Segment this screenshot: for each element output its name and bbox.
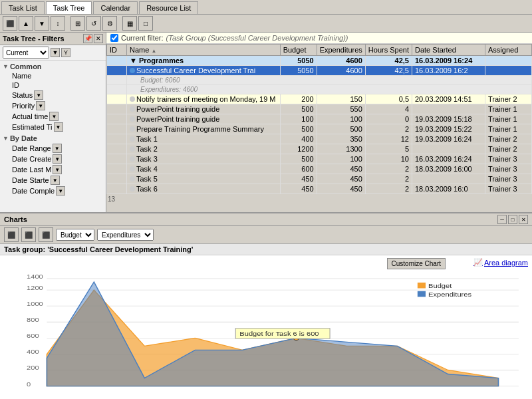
row-status-dot (130, 116, 135, 122)
main-toolbar: ⬛ ▲ ▼ ↕ ⊞ ↺ ⚙ ▦ □ (0, 15, 532, 33)
row-status-dot (130, 166, 135, 172)
chart-tb-3[interactable]: ⬛ (39, 227, 53, 242)
charts-close[interactable]: ✕ (519, 215, 528, 224)
row-status-dot (130, 96, 135, 102)
filter-date-complete[interactable]: Date Comple▼ (1, 186, 104, 196)
chart-body: Customize Chart 📈Area diagram 0 200 400 … (0, 255, 532, 399)
tab-resource-list[interactable]: Resource List (139, 1, 198, 14)
toolbar-btn-grid[interactable]: ⊞ (70, 16, 85, 31)
row-status-dot (130, 126, 135, 132)
tab-calendar[interactable]: Calendar (93, 1, 138, 14)
filter-toolbar: Current ▼ Y (0, 45, 106, 61)
by-date-label: By Date (10, 134, 37, 142)
customize-chart-btn[interactable]: Customize Chart (387, 258, 446, 269)
svg-text:0: 0 (27, 380, 31, 387)
toolbar-btn-refresh[interactable]: ↺ (86, 16, 101, 31)
chart-tb-1[interactable]: ⬛ (4, 227, 19, 242)
table-row[interactable]: Notify trainers of meeting on Monday, 19… (107, 94, 532, 104)
toolbar-btn-up[interactable]: ▲ (19, 16, 33, 31)
row-status-dot (130, 186, 135, 192)
row-status-dot (130, 156, 135, 162)
table-row[interactable]: Prepare Training Programme Summary500500… (107, 124, 532, 134)
col-header-name[interactable]: Name ▲ (127, 45, 281, 56)
svg-text:1000: 1000 (27, 301, 43, 307)
table-row[interactable]: PowerPoint training guide5005504Trainer … (107, 104, 532, 114)
common-section: ▼ Common Name ID Status▼ Priority▼ Actua… (1, 62, 104, 132)
col-header-date[interactable]: Date Started (412, 45, 485, 56)
filter-estimated[interactable]: Estimated Ti▼ (1, 122, 104, 132)
toolbar-btn-updown[interactable]: ↕ (51, 16, 65, 31)
top-tab-bar: Task List Task Tree Calendar Resource Li… (0, 0, 532, 15)
svg-text:600: 600 (27, 332, 39, 339)
close-icon[interactable]: ✕ (94, 34, 103, 43)
row-status-dot (130, 106, 135, 112)
table-row[interactable]: Task 35001001016.03.2009 16:24Trainer 3 (107, 154, 532, 164)
table-row[interactable]: Task 6450450218.03.2009 16:0Trainer 3 (107, 184, 532, 194)
chart-tb-2[interactable]: ⬛ (21, 227, 36, 242)
table-row[interactable]: PowerPoint training guide100100019.03.20… (107, 114, 532, 124)
chart-toolbar: ⬛ ⬛ ⬛ Budget Expenditures (0, 226, 532, 244)
filter-priority[interactable]: Priority▼ (1, 100, 104, 111)
table-row[interactable]: Expenditures: 4600 (107, 85, 532, 94)
charts-area: Charts ─ □ ✕ ⬛ ⬛ ⬛ Budget Expenditures T… (0, 212, 532, 399)
filter-date-create[interactable]: Date Create▼ (1, 154, 104, 164)
filter-actual-time[interactable]: Actual time▼ (1, 111, 104, 122)
svg-text:Expenditures: Expenditures (428, 291, 471, 297)
charts-title: Charts (4, 215, 27, 223)
filter-checkbox[interactable] (110, 34, 118, 42)
filter-date-range[interactable]: Date Range▼ (1, 143, 104, 154)
main-area: Task Tree - Filters 📌 ✕ Current ▼ Y ▼ Co… (0, 33, 532, 212)
chart-series2-select[interactable]: Expenditures (97, 229, 154, 241)
pin-icon[interactable]: 📌 (83, 34, 92, 43)
filter-status[interactable]: Status▼ (1, 90, 104, 100)
filter-date-started[interactable]: Date Starte▼ (1, 175, 104, 186)
row-status-dot (130, 136, 135, 142)
table-row[interactable]: Budget: 6060 (107, 76, 532, 85)
filter-funnel-icon[interactable]: Y (61, 48, 70, 57)
area-diagram-link[interactable]: 📈Area diagram (473, 258, 528, 267)
task-table: ID Name ▲ Budget Expenditures Hours Spen… (106, 44, 532, 194)
chart-series1-select[interactable]: Budget (56, 229, 94, 241)
filter-bar: Current filter: (Task Group (Successful … (106, 33, 532, 44)
row-status-dot (130, 68, 135, 73)
filter-date-last-m[interactable]: Date Last M▼ (1, 164, 104, 175)
filter-id[interactable]: ID (1, 80, 104, 90)
table-row[interactable]: Task 14003501219.03.2009 16:24Trainer 2 (107, 134, 532, 144)
svg-text:1400: 1400 (27, 273, 43, 280)
charts-minimize[interactable]: ─ (497, 215, 507, 224)
col-header-expenditures[interactable]: Expenditures (317, 45, 365, 56)
filter-btn[interactable]: ▼ (51, 48, 60, 57)
col-header-budget[interactable]: Budget (280, 45, 317, 56)
col-header-assigned[interactable]: Assigned (485, 45, 532, 56)
filter-select[interactable]: Current (3, 47, 49, 59)
row-status-dot (130, 176, 135, 182)
table-row[interactable]: Task 4600450218.03.2009 16:00Trainer 3 (107, 164, 532, 174)
svg-text:Budget: Budget (428, 282, 452, 289)
svg-text:Budget for Task 6 is 600: Budget for Task 6 is 600 (239, 331, 319, 337)
table-row[interactable]: Successful Career Development Trai505046… (107, 66, 532, 76)
row-count: 13 (106, 194, 532, 204)
table-row[interactable]: ▼ Programmes5050460042,516.03.2009 16:24 (107, 56, 532, 66)
tab-task-tree[interactable]: Task Tree (46, 1, 92, 14)
svg-text:1200: 1200 (27, 285, 43, 291)
charts-maximize[interactable]: □ (508, 215, 517, 224)
filter-name[interactable]: Name (1, 71, 104, 80)
svg-rect-23 (418, 291, 426, 297)
table-row[interactable]: Task 2120013005Trainer 2 (107, 144, 532, 154)
table-row[interactable]: Task 54504502Trainer 3 (107, 174, 532, 184)
charts-header: Charts ─ □ ✕ (0, 213, 532, 226)
task-table-wrapper: ID Name ▲ Budget Expenditures Hours Spen… (106, 44, 532, 212)
common-section-header[interactable]: ▼ Common (1, 62, 104, 71)
common-label: Common (10, 63, 42, 70)
toolbar-btn-settings[interactable]: ⚙ (102, 16, 117, 31)
toolbar-btn-window[interactable]: □ (138, 16, 153, 31)
svg-text:400: 400 (27, 348, 39, 355)
tab-task-list[interactable]: Task List (1, 1, 45, 14)
col-header-id[interactable]: ID (107, 45, 127, 56)
toolbar-btn-layout[interactable]: ▦ (122, 16, 137, 31)
by-date-header[interactable]: ▼ By Date (1, 134, 104, 143)
toolbar-btn-down[interactable]: ▼ (35, 16, 49, 31)
col-header-hours[interactable]: Hours Spent (365, 45, 412, 56)
chart-svg: 0 200 400 600 800 1000 1200 1400 (0, 255, 532, 399)
toolbar-btn-1[interactable]: ⬛ (3, 16, 17, 31)
